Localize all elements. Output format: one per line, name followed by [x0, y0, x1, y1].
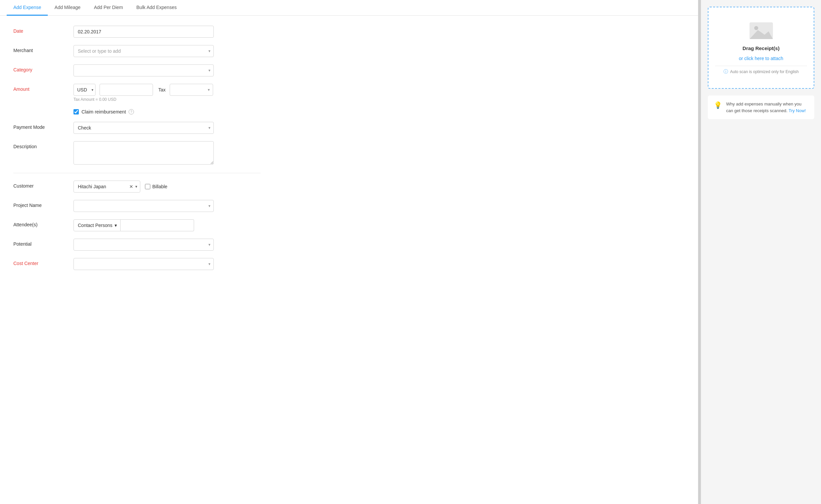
billable-wrap: Billable	[145, 184, 167, 189]
claim-reimbursement-checkbox[interactable]	[73, 109, 79, 114]
description-row: Description	[13, 141, 261, 166]
description-control	[73, 141, 261, 166]
tab-bulk-add-expenses[interactable]: Bulk Add Expenses	[130, 0, 183, 16]
merchant-row: Merchant Select or type to add ▾	[13, 45, 261, 57]
project-name-control: ▾	[73, 200, 261, 212]
potential-control: ▾	[73, 239, 261, 251]
tax-label: Tax	[158, 87, 166, 92]
autoscan-note: ⓘ Auto scan is optimized only for Englis…	[715, 66, 807, 75]
merchant-label: Merchant	[13, 45, 73, 53]
customer-chevron-icon: ▾	[135, 184, 137, 189]
description-label: Description	[13, 141, 73, 149]
merchant-control: Select or type to add ▾	[73, 45, 261, 57]
payment-mode-label: Payment Mode	[13, 122, 73, 130]
customer-control: Hitachi Japan ✕ ▾ Billable	[73, 181, 261, 193]
project-name-select[interactable]	[73, 200, 214, 212]
receipt-placeholder-icon	[748, 21, 775, 41]
tip-lightbulb-icon: 💡	[714, 101, 722, 109]
drag-receipt-link[interactable]: or click here to attach	[739, 56, 783, 61]
potential-select[interactable]	[73, 239, 214, 251]
attendees-type-button[interactable]: Contact Persons ▾	[73, 219, 121, 231]
category-select[interactable]	[73, 64, 214, 76]
svg-point-1	[754, 26, 758, 30]
receipt-dropzone[interactable]: Drag Receipt(s) or click here to attach …	[708, 7, 814, 89]
attendees-type-label: Contact Persons	[78, 223, 113, 228]
attendees-control: Contact Persons ▾	[73, 219, 261, 231]
claim-reimbursement-label: Claim reimbursement	[81, 109, 126, 114]
tab-add-mileage[interactable]: Add Mileage	[48, 0, 87, 16]
tax-amount-display: Tax Amount = 0.00 USD	[73, 97, 261, 102]
payment-mode-select[interactable]: Check	[73, 122, 214, 134]
attendees-row: Attendee(s) Contact Persons ▾	[13, 219, 261, 231]
cost-center-row: Cost Center ▾	[13, 258, 261, 270]
autoscan-text: Auto scan is optimized only for English	[730, 69, 799, 74]
project-name-row: Project Name ▾	[13, 200, 261, 212]
tip-card: 💡 Why add expenses manually when you can…	[708, 95, 814, 119]
help-icon[interactable]: ?	[129, 109, 134, 114]
tab-add-per-diem[interactable]: Add Per Diem	[87, 0, 130, 16]
tip-try-now-link[interactable]: Try Now!	[789, 108, 806, 113]
tax-wrap: ▾	[170, 84, 213, 96]
customer-clear-icon[interactable]: ✕	[129, 184, 133, 189]
description-textarea[interactable]	[73, 141, 214, 165]
date-label: Date	[13, 26, 73, 34]
cost-center-select[interactable]	[73, 258, 214, 270]
tabs-bar: Add Expense Add Mileage Add Per Diem Bul…	[0, 0, 698, 16]
date-input[interactable]	[73, 26, 214, 38]
date-row: Date	[13, 26, 261, 38]
tip-text: Why add expenses manually when you can g…	[726, 101, 808, 114]
category-control: ▾	[73, 64, 261, 76]
merchant-select[interactable]: Select or type to add	[73, 45, 214, 57]
category-row: Category ▾	[13, 64, 261, 76]
amount-label: Amount	[13, 84, 73, 92]
drag-receipt-title: Drag Receipt(s)	[743, 45, 780, 51]
section-divider	[13, 173, 261, 173]
amount-input[interactable]	[100, 84, 153, 96]
attendees-type-chevron-icon: ▾	[115, 223, 117, 228]
project-name-label: Project Name	[13, 200, 73, 208]
cost-center-label: Cost Center	[13, 258, 73, 266]
customer-label: Customer	[13, 181, 73, 189]
category-label: Category	[13, 64, 73, 72]
right-panel: Drag Receipt(s) or click here to attach …	[701, 0, 821, 504]
potential-label: Potential	[13, 239, 73, 247]
customer-select[interactable]: Hitachi Japan ✕ ▾	[73, 181, 140, 193]
amount-control: USD ▾ Tax ▾ Tax Amount =	[73, 84, 261, 102]
customer-row: Customer Hitachi Japan ✕ ▾ Billable	[13, 181, 261, 193]
date-control	[73, 26, 261, 38]
cost-center-control: ▾	[73, 258, 261, 270]
tab-add-expense[interactable]: Add Expense	[7, 0, 48, 16]
amount-row: Amount USD ▾ Tax	[13, 84, 261, 102]
claim-reimbursement-row: Claim reimbursement ?	[13, 109, 261, 114]
payment-mode-row: Payment Mode Check ▾	[13, 122, 261, 134]
attendees-input[interactable]	[121, 219, 194, 231]
potential-row: Potential ▾	[13, 239, 261, 251]
billable-label: Billable	[152, 184, 167, 189]
tax-select[interactable]	[170, 84, 213, 96]
panel-divider	[698, 0, 701, 504]
payment-mode-control: Check ▾	[73, 122, 261, 134]
autoscan-info-icon: ⓘ	[723, 69, 728, 75]
customer-value-text: Hitachi Japan	[78, 184, 127, 189]
currency-wrap: USD ▾	[73, 84, 96, 96]
attendees-label: Attendee(s)	[13, 219, 73, 227]
billable-checkbox[interactable]	[145, 184, 150, 189]
currency-select[interactable]: USD	[73, 84, 96, 96]
